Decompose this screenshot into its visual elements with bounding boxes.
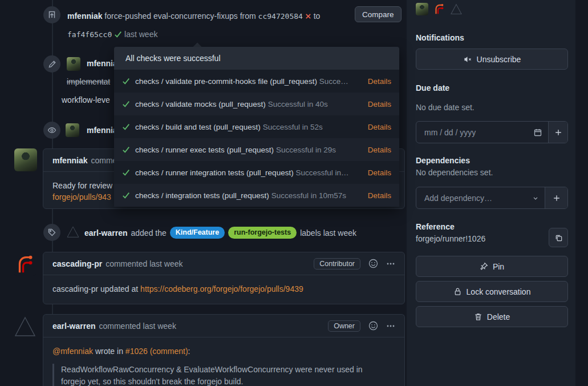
comment-text: cascading-pr updated at bbox=[52, 284, 140, 293]
check-icon bbox=[122, 100, 130, 108]
details-link[interactable]: Details bbox=[368, 168, 391, 177]
add-due-date-button[interactable] bbox=[548, 122, 567, 143]
comment-author[interactable]: mfenniak bbox=[52, 156, 87, 165]
check-icon bbox=[122, 77, 130, 85]
triangle-avatar[interactable] bbox=[14, 315, 37, 338]
check-status: Successful in… bbox=[295, 168, 348, 177]
quoted-text: ReadWorkflowRawConcurrency & EvaluateWor… bbox=[52, 364, 380, 386]
forgejo-logo-avatar[interactable] bbox=[14, 253, 37, 276]
details-link[interactable]: Details bbox=[368, 191, 391, 200]
check-icon[interactable] bbox=[114, 30, 122, 38]
labels-event-text: added the bbox=[131, 228, 166, 238]
pencil-icon bbox=[48, 60, 56, 69]
comment-cascading-pr: cascading-pr commented last week Contrib… bbox=[43, 252, 405, 304]
smiley-icon[interactable] bbox=[368, 321, 378, 331]
edit-event-actor[interactable]: mfennia bbox=[87, 59, 117, 68]
pin-button[interactable]: Pin bbox=[416, 256, 568, 277]
to-commit-sha[interactable]: faf4f65cc0 bbox=[67, 30, 112, 39]
comment-author[interactable]: cascading-pr bbox=[52, 259, 102, 268]
delete-button[interactable]: Delete bbox=[416, 306, 568, 327]
comment-ref-link[interactable]: #1026 (comment) bbox=[125, 347, 188, 356]
comment-body: @mfenniak wrote in #1026 (comment): Read… bbox=[43, 337, 404, 386]
check-row[interactable]: checks / runner integration tests (pull_… bbox=[114, 161, 399, 184]
add-dependency-select[interactable]: Add dependency… bbox=[416, 194, 526, 203]
kebab-icon[interactable] bbox=[386, 259, 395, 268]
mention-link[interactable]: @mfenniak bbox=[52, 347, 93, 356]
check-name: checks / runner exec tests (pull_request… bbox=[135, 146, 274, 154]
from-commit-sha[interactable]: cc94720584 bbox=[258, 12, 303, 21]
comment-meta: commented last week bbox=[99, 321, 176, 331]
participant-triangle-avatar[interactable] bbox=[450, 3, 463, 15]
issue-sidebar: Notifications Unsubscribe Due date No du… bbox=[407, 0, 575, 386]
check-name: checks / integration tests (pull_request… bbox=[135, 191, 269, 200]
check-row[interactable]: checks / validate mocks (pull_request) S… bbox=[114, 93, 399, 115]
checks-list: checks / validate pre-commit-hooks file … bbox=[114, 70, 399, 207]
caret-down-icon bbox=[526, 195, 545, 202]
triangle-avatar[interactable] bbox=[66, 225, 80, 239]
copy-icon bbox=[554, 234, 563, 242]
push-icon bbox=[47, 10, 56, 19]
kebab-icon[interactable] bbox=[386, 321, 395, 331]
checks-dropdown-title: All checks were successful bbox=[114, 47, 399, 70]
details-link[interactable]: Details bbox=[368, 123, 391, 131]
avatar[interactable] bbox=[14, 148, 37, 171]
comment-author[interactable]: earl-warren bbox=[52, 321, 95, 331]
due-date-input[interactable] bbox=[416, 128, 528, 137]
new-title-text: workflow-leve bbox=[62, 95, 110, 104]
checks-dropdown: All checks were successful checks / vali… bbox=[114, 47, 399, 207]
edit-event-icon-circle bbox=[43, 55, 60, 73]
watch-event-actor[interactable]: mfennia bbox=[87, 126, 117, 135]
lock-conversation-button[interactable]: Lock conversation bbox=[416, 281, 568, 302]
trash-icon bbox=[474, 312, 482, 321]
details-link[interactable]: Details bbox=[368, 100, 391, 108]
details-link[interactable]: Details bbox=[368, 77, 391, 86]
check-icon bbox=[122, 146, 130, 154]
check-status: Successful in 40s bbox=[268, 100, 328, 108]
details-link[interactable]: Details bbox=[368, 146, 391, 154]
labels-event-line: earl-warren added the Kind/Feature run-f… bbox=[84, 227, 356, 239]
copy-reference-button[interactable] bbox=[549, 228, 568, 247]
check-name: checks / runner integration tests (pull_… bbox=[135, 168, 294, 177]
participant-avatar[interactable] bbox=[416, 3, 428, 15]
avatar[interactable] bbox=[66, 123, 79, 137]
check-status: Successful in 52s bbox=[263, 123, 323, 131]
contributor-badge: Contributor bbox=[314, 258, 360, 270]
pull-request-link[interactable]: forgejo/pulls/943 bbox=[52, 192, 111, 202]
check-status: Succe… bbox=[319, 77, 348, 86]
labels-event-actor[interactable]: earl-warren bbox=[84, 228, 127, 238]
participant-forgejo-avatar[interactable] bbox=[433, 3, 445, 15]
actor-name[interactable]: mfenniak bbox=[67, 11, 102, 21]
reference-heading: Reference bbox=[416, 222, 455, 231]
check-row[interactable]: checks / integration tests (pull_request… bbox=[114, 184, 399, 207]
smiley-icon[interactable] bbox=[368, 259, 378, 268]
add-dependency-button[interactable] bbox=[545, 187, 567, 208]
comment-meta: comme bbox=[91, 156, 117, 165]
check-row[interactable]: checks / validate pre-commit-hooks file … bbox=[114, 70, 399, 93]
due-date-empty-text: No due date set. bbox=[416, 103, 475, 112]
tag-icon bbox=[47, 228, 56, 237]
label-kind-feature[interactable]: Kind/Feature bbox=[170, 227, 225, 239]
labels-event-icon-circle bbox=[43, 224, 60, 241]
force-push-event-line1: mfenniak force-pushed eval-concurrency-f… bbox=[67, 11, 320, 21]
plus-icon bbox=[553, 194, 561, 202]
check-name: checks / build and test (pull_request) bbox=[135, 123, 261, 131]
codeberg-pull-link[interactable]: https://codeberg.org/forgejo/forgejo/pul… bbox=[140, 284, 303, 293]
check-icon bbox=[122, 168, 130, 176]
colon: : bbox=[188, 347, 190, 356]
comment-meta: commented last week bbox=[106, 259, 183, 268]
check-row[interactable]: checks / build and test (pull_request) S… bbox=[114, 115, 399, 138]
compare-button[interactable]: Compare bbox=[355, 6, 402, 22]
forgejo-logo-icon bbox=[14, 254, 36, 275]
unsubscribe-button[interactable]: Unsubscribe bbox=[416, 49, 568, 70]
comment-header: earl-warren commented last week Owner bbox=[43, 315, 404, 337]
pin-label: Pin bbox=[493, 262, 504, 271]
comment-text: wrote in bbox=[93, 347, 125, 356]
due-date-input-group bbox=[416, 121, 568, 143]
label-run-forgejo-tests[interactable]: run-forgejo-tests bbox=[228, 227, 297, 239]
avatar[interactable] bbox=[67, 57, 80, 71]
comment-earl-warren: earl-warren commented last week Owner @m… bbox=[43, 314, 405, 386]
notifications-heading: Notifications bbox=[416, 33, 464, 42]
plus-icon bbox=[554, 128, 562, 136]
calendar-icon[interactable] bbox=[528, 128, 548, 137]
check-row[interactable]: checks / runner exec tests (pull_request… bbox=[114, 138, 399, 161]
